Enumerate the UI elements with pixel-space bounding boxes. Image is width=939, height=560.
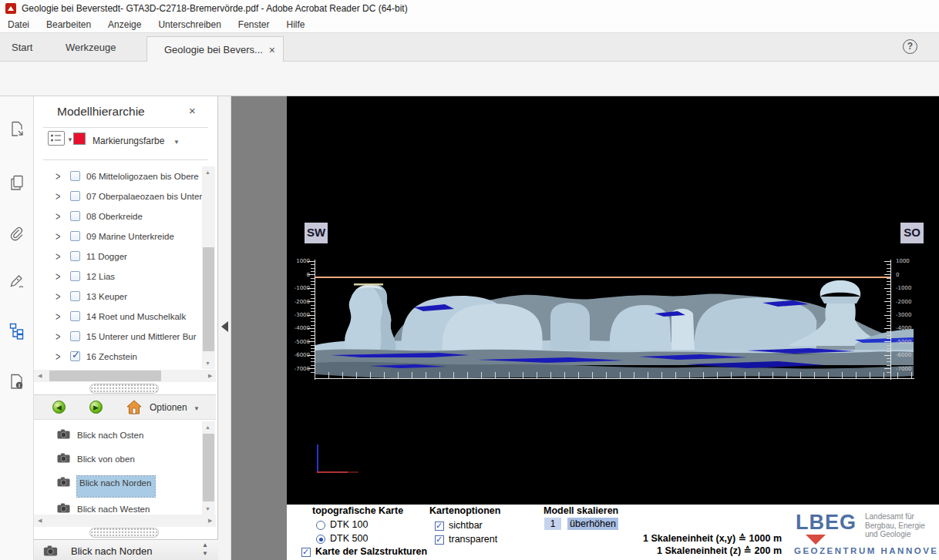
salt-structures-label[interactable]: Karte der Salzstrukturen bbox=[315, 546, 427, 557]
axis-tick-label: -3000 bbox=[896, 312, 911, 318]
scroll-right-icon[interactable]: ▶ bbox=[208, 373, 212, 379]
page-thumbnails-icon[interactable] bbox=[8, 173, 26, 192]
scroll-right-icon[interactable]: ▶ bbox=[208, 518, 212, 524]
layer-checkbox[interactable] bbox=[70, 291, 80, 301]
menu-item-hilfe[interactable]: Hilfe bbox=[287, 19, 305, 30]
tree-expand-chevron[interactable]: > bbox=[56, 350, 60, 363]
layer-checkbox-checked[interactable] bbox=[70, 351, 80, 361]
left-axis bbox=[315, 260, 315, 380]
scroll-down-icon[interactable]: ▼ bbox=[205, 360, 210, 366]
layer-checkbox[interactable] bbox=[70, 251, 80, 261]
toolbar: / 1 66,1% ▼ ▼ bbox=[0, 62, 939, 96]
menu-item-anzeige[interactable]: Anzeige bbox=[108, 19, 141, 30]
tree-expand-chevron[interactable]: > bbox=[56, 250, 60, 263]
pdf-3d-viewport[interactable]: SW SO bbox=[287, 96, 939, 505]
scale-legend: 1 Skaleneinheit (x,y) ≙ 1000 m 1 Skalene… bbox=[580, 532, 782, 557]
axis-tick-label: -6000 bbox=[896, 352, 911, 358]
view-item-norden-selected[interactable]: Blick nach Norden bbox=[34, 472, 202, 496]
chevron-down-icon[interactable]: ▼ bbox=[194, 405, 200, 412]
help-button[interactable]: ? bbox=[903, 39, 917, 54]
layer-checkbox[interactable] bbox=[70, 191, 80, 201]
tab-document[interactable]: Geologie bei Bevers... × bbox=[146, 36, 284, 62]
radio-dtk100-label[interactable]: DTK 100 bbox=[330, 519, 368, 530]
scroll-up-icon[interactable]: ▲ bbox=[205, 424, 210, 430]
exaggerate-button[interactable]: überhöhen bbox=[567, 518, 618, 530]
collapse-panel-button[interactable] bbox=[221, 321, 228, 332]
acrobat-logo-icon bbox=[5, 3, 16, 14]
menu-item-unterschreiben[interactable]: Unterschreiben bbox=[158, 19, 220, 30]
layer-checkbox[interactable] bbox=[70, 171, 80, 181]
tree-hscrollbar[interactable]: ◀ ▶ bbox=[34, 370, 216, 382]
document-info-icon[interactable]: i bbox=[8, 372, 26, 391]
splitter-grip[interactable] bbox=[89, 528, 159, 538]
layer-checkbox[interactable] bbox=[70, 231, 80, 241]
marking-color-swatch[interactable] bbox=[73, 132, 86, 145]
scrollbar-thumb[interactable] bbox=[203, 434, 214, 501]
axis-tick-label: -5000 bbox=[288, 339, 310, 345]
panel-close-icon[interactable]: × bbox=[189, 104, 196, 117]
tree-expand-chevron[interactable]: > bbox=[56, 170, 60, 183]
model-tree-icon[interactable] bbox=[8, 321, 26, 340]
splitter-grip[interactable] bbox=[89, 384, 159, 394]
tab-werkzeuge[interactable]: Werkzeuge bbox=[66, 33, 116, 62]
view-options-icon[interactable] bbox=[48, 131, 65, 146]
previous-view-button[interactable]: ◀ bbox=[52, 401, 66, 414]
tree-expand-chevron[interactable]: > bbox=[56, 290, 60, 303]
spinner-down-icon[interactable]: ▼ bbox=[202, 550, 208, 557]
spinner-up-icon[interactable]: ▲ bbox=[202, 542, 208, 548]
tree-expand-chevron[interactable]: > bbox=[56, 270, 60, 283]
tree-scrollbar[interactable]: ▲ ▼ bbox=[202, 166, 215, 369]
chevron-down-icon[interactable]: ▼ bbox=[67, 136, 73, 143]
layer-checkbox[interactable] bbox=[70, 311, 80, 321]
radio-dtk500-selected[interactable] bbox=[316, 535, 325, 544]
menu-item-bearbeiten[interactable]: Bearbeiten bbox=[46, 19, 91, 30]
scroll-down-icon[interactable]: ▼ bbox=[205, 506, 210, 511]
menu-item-fenster[interactable]: Fenster bbox=[238, 19, 270, 30]
axis-tick-label: -2000 bbox=[896, 299, 911, 305]
scale-value-input[interactable]: 1 bbox=[544, 518, 561, 530]
view-item-osten[interactable]: Blick nach Osten bbox=[34, 424, 202, 448]
current-view-label: Blick nach Norden bbox=[71, 545, 153, 557]
visible-label[interactable]: sichtbar bbox=[449, 520, 483, 531]
tree-row: >11 Dogger bbox=[45, 248, 203, 268]
lbeg-org-name: Landesamt für Bergbau, Energie und Geolo… bbox=[865, 512, 939, 539]
page-export-icon[interactable] bbox=[8, 119, 26, 138]
home-view-icon[interactable] bbox=[126, 400, 142, 414]
tree-expand-chevron[interactable]: > bbox=[56, 230, 60, 243]
options-dropdown[interactable]: Optionen bbox=[150, 402, 187, 413]
salt-structures-checkbox[interactable] bbox=[301, 548, 311, 557]
attachments-paperclip-icon[interactable] bbox=[8, 225, 26, 243]
scroll-left-icon[interactable]: ◀ bbox=[38, 518, 42, 524]
tree-expand-chevron[interactable]: > bbox=[56, 310, 60, 323]
transparent-label[interactable]: transparent bbox=[449, 534, 497, 545]
radio-dtk100[interactable] bbox=[316, 521, 325, 530]
scrollbar-thumb[interactable] bbox=[49, 371, 161, 381]
menu-item-datei[interactable]: Datei bbox=[8, 19, 29, 30]
tree-expand-chevron[interactable]: > bbox=[56, 190, 60, 203]
navigation-rail: i bbox=[0, 96, 34, 560]
signatures-pen-icon[interactable] bbox=[8, 272, 26, 290]
scroll-up-icon[interactable]: ▲ bbox=[205, 169, 210, 175]
chevron-down-icon[interactable]: ▼ bbox=[173, 139, 180, 146]
layer-checkbox[interactable] bbox=[70, 331, 80, 341]
tree-expand-chevron[interactable]: > bbox=[56, 330, 60, 343]
radio-dtk500-label[interactable]: DTK 500 bbox=[330, 533, 368, 544]
views-toolbar: ◀ ▶ Optionen ▼ bbox=[34, 394, 216, 420]
visible-checkbox[interactable] bbox=[435, 521, 444, 531]
transparent-checkbox[interactable] bbox=[435, 535, 444, 545]
tab-start[interactable]: Start bbox=[12, 33, 32, 62]
window-titlebar: Geologie bei Beverstedt- GTA3D-C2718-Bre… bbox=[0, 0, 939, 17]
layer-checkbox[interactable] bbox=[70, 211, 80, 221]
tab-close-icon[interactable]: × bbox=[269, 44, 275, 56]
window-title: Geologie bei Beverstedt- GTA3D-C2718-Bre… bbox=[22, 3, 408, 14]
tree-expand-chevron[interactable]: > bbox=[56, 210, 60, 223]
scrollbar-thumb[interactable] bbox=[203, 247, 214, 351]
views-hscrollbar[interactable]: ◀ ▶ bbox=[34, 515, 216, 527]
geology-3d-model[interactable] bbox=[315, 273, 914, 380]
scroll-left-icon[interactable]: ◀ bbox=[38, 373, 42, 379]
views-scrollbar[interactable]: ▲ ▼ bbox=[202, 421, 215, 515]
next-view-button[interactable]: ▶ bbox=[89, 401, 103, 414]
view-item-oben[interactable]: Blick von oben bbox=[34, 448, 202, 472]
lbeg-logo-text: LBEG bbox=[796, 511, 857, 535]
layer-checkbox[interactable] bbox=[70, 271, 80, 281]
